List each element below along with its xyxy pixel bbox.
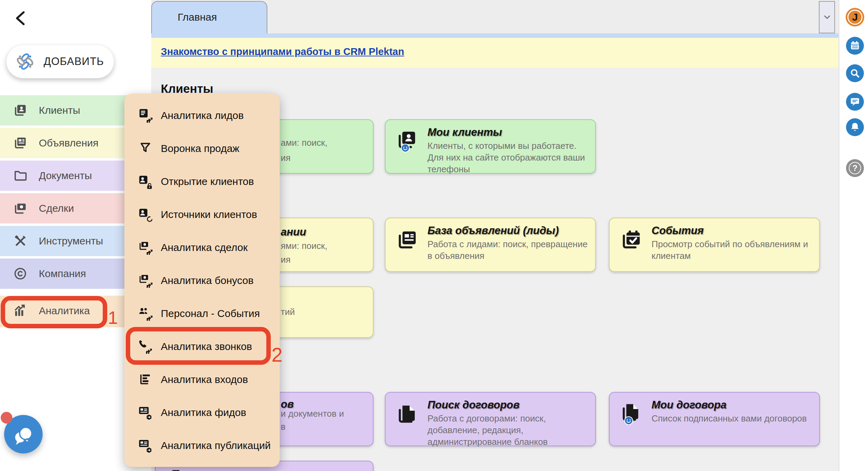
card-title-fragment: ании xyxy=(281,226,306,238)
add-button[interactable]: ДОБАВИТЬ xyxy=(6,45,114,78)
chat-bubbles-icon xyxy=(11,421,36,447)
sales-funnel-icon xyxy=(137,140,154,157)
menu-item-label: Аналитика сделок xyxy=(161,242,248,253)
bell-icon xyxy=(849,121,861,133)
ads-base-icon xyxy=(394,227,421,254)
chat-notification-dot xyxy=(1,412,12,424)
card-icon xyxy=(164,467,191,471)
card-contract-search[interactable]: Поиск договоров Работа с договорами: пои… xyxy=(385,392,596,446)
menu-item-staff-events[interactable]: Персонал - События xyxy=(124,297,280,330)
calls-analytics-icon xyxy=(137,338,154,355)
my-contracts-icon xyxy=(618,401,645,428)
card-title: Поиск договоров xyxy=(427,399,520,411)
menu-item-calls-analytics[interactable]: Аналитика звонков xyxy=(124,330,280,363)
card-my-contracts[interactable]: Мои договора Список подписанных вами дог… xyxy=(609,392,820,446)
app-logo-icon xyxy=(14,51,36,73)
tab-overflow-button[interactable] xyxy=(819,1,835,33)
menu-item-label: Воронка продаж xyxy=(161,143,240,154)
publications-analytics-icon xyxy=(137,437,154,454)
calendar-button[interactable] xyxy=(846,37,864,55)
sidebar-item-label: Инструменты xyxy=(39,235,103,247)
card-desc-fragment: и документов и xyxy=(281,407,344,420)
menu-item-client-unlock[interactable]: Открытие клиентов xyxy=(124,165,280,198)
card-events[interactable]: События Просмотр событий по объявлениям … xyxy=(609,218,820,272)
back-button[interactable] xyxy=(13,9,30,28)
menu-item-label: Аналитика входов xyxy=(161,374,248,385)
menu-item-label: Аналитика публикаций xyxy=(161,440,271,451)
card-desc-fragment: тий xyxy=(281,305,295,319)
sidebar-item-label: Объявления xyxy=(39,137,99,149)
notifications-button[interactable] xyxy=(846,118,864,136)
avatar-initial: J xyxy=(847,10,863,25)
menu-item-sales-funnel[interactable]: Воронка продаж xyxy=(124,132,280,165)
intro-banner: Знакомство с принципами работы в CRM Ple… xyxy=(151,38,838,68)
analytics-dropdown-menu: Аналитика лидов Воронка продаж Открытие … xyxy=(124,94,280,467)
menu-item-label: Аналитика лидов xyxy=(161,110,244,121)
company-icon xyxy=(13,266,27,281)
deals-icon xyxy=(13,201,27,216)
card-ads-base[interactable]: База объявлений (лиды) Работа с лидами: … xyxy=(385,218,596,272)
contract-search-icon xyxy=(394,401,421,428)
card-desc-fragment: ия xyxy=(281,151,291,165)
menu-item-leads-analytics[interactable]: Аналитика лидов xyxy=(124,99,280,132)
feeds-analytics-icon xyxy=(137,404,154,421)
card-desc: Просмотр событий по объявлениям и клиент… xyxy=(652,238,813,262)
documents-icon xyxy=(13,168,27,183)
card-desc-fragment: ями: поиск, xyxy=(281,239,327,253)
logins-analytics-icon xyxy=(137,371,154,388)
card-desc-fragment: в xyxy=(281,420,286,433)
sidebar-item-label: Документы xyxy=(39,170,92,182)
menu-item-label: Аналитика фидов xyxy=(161,407,246,418)
menu-item-label: Открытие клиентов xyxy=(161,176,254,187)
sidebar-item-label: Компания xyxy=(39,268,86,280)
user-avatar[interactable]: J xyxy=(846,8,864,26)
card-title: Мои договора xyxy=(652,399,726,411)
clients-icon xyxy=(13,103,27,118)
my-clients-icon xyxy=(394,128,421,156)
search-button[interactable] xyxy=(846,64,864,82)
tab-bar-underline xyxy=(151,33,838,38)
menu-item-bonus-analytics[interactable]: Аналитика бонусов xyxy=(124,264,280,297)
right-rail: J ? xyxy=(839,0,868,471)
listings-icon xyxy=(13,136,27,150)
card-desc: Клиенты, с которыми вы работаете. Для ни… xyxy=(427,140,589,175)
menu-item-logins-analytics[interactable]: Аналитика входов xyxy=(124,363,280,396)
client-sources-icon xyxy=(137,206,154,223)
calendar-icon xyxy=(849,40,861,52)
add-button-label: ДОБАВИТЬ xyxy=(44,55,104,68)
intro-link[interactable]: Знакомство с принципами работы в CRM Ple… xyxy=(161,46,404,57)
messages-button[interactable] xyxy=(846,93,864,111)
menu-item-feeds-analytics[interactable]: Аналитика фидов xyxy=(124,396,280,429)
question-icon: ? xyxy=(849,162,861,174)
menu-item-label: Аналитика звонков xyxy=(161,341,252,352)
card-title: События xyxy=(652,224,704,237)
bonus-analytics-icon xyxy=(137,272,154,289)
card-title: Мои клиенты xyxy=(427,126,502,139)
leads-analytics-icon xyxy=(137,107,154,124)
menu-item-label: Аналитика бонусов xyxy=(161,275,254,286)
deals-analytics-icon xyxy=(137,239,154,256)
card-desc-fragment: ами: поиск, xyxy=(281,136,327,150)
tab-home-label: Главная xyxy=(178,11,217,23)
chevron-down-icon xyxy=(822,12,832,22)
card-desc: Работа с лидами: поиск, превращение в об… xyxy=(427,238,589,262)
menu-item-publications-analytics[interactable]: Аналитика публикаций xyxy=(124,429,280,462)
events-icon xyxy=(618,227,645,254)
help-button[interactable]: ? xyxy=(846,159,864,177)
menu-item-client-sources[interactable]: Источники клиентов xyxy=(124,198,280,231)
card-desc-fragment: ия xyxy=(281,253,291,266)
crm-app-window: ДОБАВИТЬ Клиенты Объявления Документы Сд… xyxy=(0,0,868,471)
staff-events-icon xyxy=(137,305,154,322)
menu-item-deals-analytics[interactable]: Аналитика сделок xyxy=(124,231,280,264)
sidebar-item-label: Сделки xyxy=(39,202,74,214)
card-title: База объявлений (лиды) xyxy=(427,224,559,237)
card-desc: Список подписанных вами договоров xyxy=(652,413,813,424)
menu-item-label: Источники клиентов xyxy=(161,209,257,220)
menu-item-label: Персонал - События xyxy=(161,308,260,319)
analytics-icon xyxy=(13,304,27,318)
card-desc: Работа с договорами: поиск, добавление, … xyxy=(427,413,589,448)
tab-home[interactable]: Главная xyxy=(151,1,267,33)
sidebar-item-label: Аналитика xyxy=(39,305,90,317)
card-my-clients[interactable]: Мои клиенты Клиенты, с которыми вы работ… xyxy=(385,119,596,174)
sidebar-item-label: Клиенты xyxy=(39,105,80,116)
